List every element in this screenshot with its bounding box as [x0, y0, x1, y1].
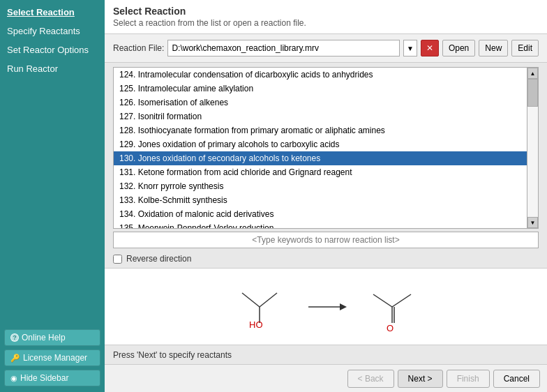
reaction-file-label: Reaction File:: [113, 43, 164, 53]
reaction-list-item[interactable]: 128. Isothiocyanate formation from prima…: [114, 123, 527, 137]
sidebar-item-run-reactor[interactable]: Run Reactor: [0, 59, 105, 78]
new-button[interactable]: New: [479, 40, 508, 56]
next-button[interactable]: Next >: [398, 370, 443, 388]
reaction-list-item[interactable]: 127. Isonitril formation: [114, 110, 527, 123]
reaction-list-item[interactable]: 126. Isomerisation of alkenes: [114, 96, 527, 110]
reaction-file-row: Reaction File: ▼ ✕ Open New Edit: [105, 34, 547, 63]
sidebar-bottom: ? Online Help 🔑 License Manager ◉ Hide S…: [0, 324, 105, 392]
scroll-thumb[interactable]: [527, 79, 538, 107]
reaction-file-input[interactable]: [167, 40, 400, 56]
reverse-direction-row: Reverse direction: [105, 251, 547, 268]
svg-line-0: [242, 293, 260, 307]
scroll-down-button[interactable]: ▼: [527, 217, 538, 228]
sidebar-item-select-reaction[interactable]: Select Reaction: [0, 3, 105, 22]
reaction-list-wrapper: 124. Intramolecular condensation of dica…: [105, 63, 547, 229]
reaction-list-item[interactable]: 130. Jones oxidation of secondary alcoho…: [114, 151, 527, 165]
reaction-list-container: 124. Intramolecular condensation of dica…: [105, 63, 547, 268]
reaction-arrow: [305, 296, 347, 317]
sidebar-item-specify-reactants[interactable]: Specify Reactants: [0, 22, 105, 40]
search-row: [105, 229, 547, 251]
reaction-list-item[interactable]: 129. Jones oxidation of primary alcohols…: [114, 137, 527, 151]
reaction-list-item[interactable]: 124. Intramolecular condensation of dica…: [114, 68, 527, 82]
scroll-track: [527, 79, 538, 217]
reaction-list-item[interactable]: 125. Intramolecular amine alkylation: [114, 82, 527, 96]
online-help-button[interactable]: ? Online Help: [4, 329, 100, 346]
scroll-up-button[interactable]: ▲: [527, 68, 538, 79]
page-title: Select Reaction: [113, 6, 539, 17]
reaction-svg: HO O: [228, 276, 424, 338]
open-button[interactable]: Open: [442, 40, 475, 56]
reverse-direction-label: Reverse direction: [126, 254, 191, 264]
finish-button[interactable]: Finish: [447, 370, 490, 388]
reaction-preview: HO O: [105, 268, 547, 345]
status-message: Press 'Next' to specify reactants: [113, 350, 232, 360]
page-subtitle: Select a reaction from the list or open …: [113, 18, 539, 28]
edit-button[interactable]: Edit: [511, 40, 539, 56]
status-bar: Press 'Next' to specify reactants: [105, 345, 547, 364]
reaction-list-item[interactable]: 132. Knorr pyrrole synthesis: [114, 179, 527, 193]
reaction-list-item[interactable]: 135. Meerwein-Ponndorf-Verley reduction: [114, 221, 527, 229]
svg-line-1: [260, 293, 277, 307]
sidebar-item-set-reactor-options[interactable]: Set Reactor Options: [0, 40, 105, 59]
sidebar: Select ReactionSpecify ReactantsSet Reac…: [0, 0, 105, 392]
svg-marker-5: [340, 303, 347, 310]
sidebar-toggle-icon: ◉: [10, 374, 17, 383]
svg-text:O: O: [387, 323, 394, 333]
svg-line-6: [373, 294, 392, 307]
cancel-button[interactable]: Cancel: [493, 370, 540, 388]
reaction-list-item[interactable]: 133. Kolbe-Schmitt synthesis: [114, 193, 527, 207]
reactant-structure: HO: [228, 276, 291, 338]
footer: < Back Next > Finish Cancel: [105, 364, 547, 392]
reaction-file-dropdown[interactable]: ▼: [403, 40, 417, 56]
license-manager-button[interactable]: 🔑 License Manager: [4, 349, 100, 366]
reaction-file-clear-button[interactable]: ✕: [421, 40, 439, 56]
help-icon: ?: [10, 333, 19, 342]
hide-sidebar-button[interactable]: ◉ Hide Sidebar: [4, 370, 100, 386]
svg-text:HO: HO: [249, 319, 263, 330]
main-panel: Select Reaction Select a reaction from t…: [105, 0, 547, 392]
key-icon: 🔑: [10, 354, 20, 363]
scrollbar[interactable]: ▲ ▼: [527, 67, 539, 229]
search-input[interactable]: [113, 232, 539, 248]
product-structure: O: [361, 276, 424, 338]
reaction-list[interactable]: 124. Intramolecular condensation of dica…: [113, 67, 527, 229]
reverse-direction-checkbox[interactable]: [113, 255, 122, 264]
main-header: Select Reaction Select a reaction from t…: [105, 0, 547, 34]
sidebar-nav: Select ReactionSpecify ReactantsSet Reac…: [0, 0, 105, 324]
back-button[interactable]: < Back: [347, 370, 394, 388]
svg-line-7: [392, 294, 411, 307]
reaction-list-item[interactable]: 131. Ketone formation from acid chloride…: [114, 165, 527, 179]
reaction-list-item[interactable]: 134. Oxidation of malonic acid derivativ…: [114, 207, 527, 221]
